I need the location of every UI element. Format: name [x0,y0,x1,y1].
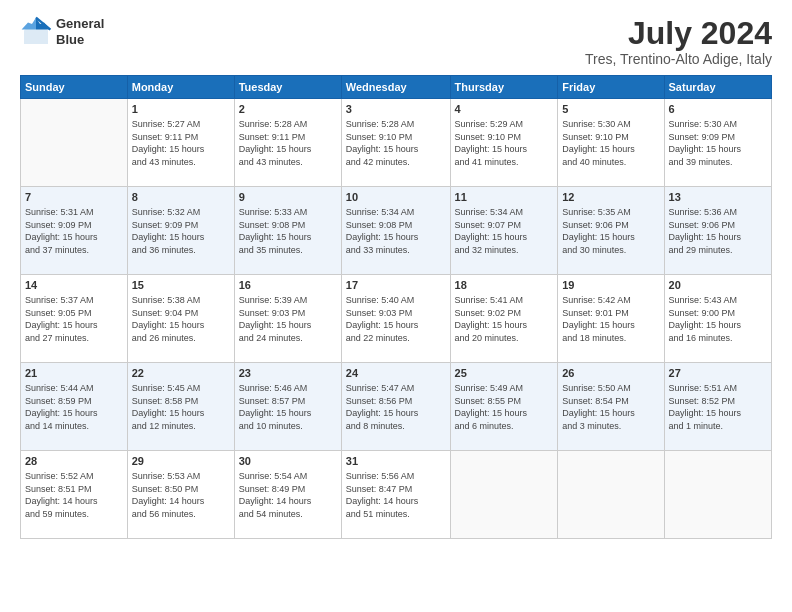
day-info: Sunrise: 5:44 AM Sunset: 8:59 PM Dayligh… [25,382,123,432]
calendar-cell: 6Sunrise: 5:30 AM Sunset: 9:09 PM Daylig… [664,99,771,187]
calendar-cell: 28Sunrise: 5:52 AM Sunset: 8:51 PM Dayli… [21,451,128,539]
day-info: Sunrise: 5:30 AM Sunset: 9:10 PM Dayligh… [562,118,659,168]
calendar-cell [664,451,771,539]
day-of-week-header: Friday [558,76,664,99]
day-number: 10 [346,190,446,205]
day-of-week-header: Wednesday [341,76,450,99]
calendar-cell [450,451,558,539]
calendar-cell: 18Sunrise: 5:41 AM Sunset: 9:02 PM Dayli… [450,275,558,363]
day-number: 26 [562,366,659,381]
day-info: Sunrise: 5:28 AM Sunset: 9:10 PM Dayligh… [346,118,446,168]
day-number: 19 [562,278,659,293]
day-info: Sunrise: 5:43 AM Sunset: 9:00 PM Dayligh… [669,294,767,344]
calendar-cell: 8Sunrise: 5:32 AM Sunset: 9:09 PM Daylig… [127,187,234,275]
day-info: Sunrise: 5:28 AM Sunset: 9:11 PM Dayligh… [239,118,337,168]
calendar-cell: 24Sunrise: 5:47 AM Sunset: 8:56 PM Dayli… [341,363,450,451]
calendar-cell: 12Sunrise: 5:35 AM Sunset: 9:06 PM Dayli… [558,187,664,275]
calendar: SundayMondayTuesdayWednesdayThursdayFrid… [20,75,772,539]
header: General Blue July 2024 Tres, Trentino-Al… [20,16,772,67]
day-info: Sunrise: 5:51 AM Sunset: 8:52 PM Dayligh… [669,382,767,432]
day-info: Sunrise: 5:33 AM Sunset: 9:08 PM Dayligh… [239,206,337,256]
calendar-cell: 29Sunrise: 5:53 AM Sunset: 8:50 PM Dayli… [127,451,234,539]
day-info: Sunrise: 5:52 AM Sunset: 8:51 PM Dayligh… [25,470,123,520]
day-info: Sunrise: 5:31 AM Sunset: 9:09 PM Dayligh… [25,206,123,256]
day-number: 5 [562,102,659,117]
day-number: 14 [25,278,123,293]
calendar-cell: 25Sunrise: 5:49 AM Sunset: 8:55 PM Dayli… [450,363,558,451]
day-of-week-header: Tuesday [234,76,341,99]
day-number: 17 [346,278,446,293]
calendar-cell: 20Sunrise: 5:43 AM Sunset: 9:00 PM Dayli… [664,275,771,363]
day-info: Sunrise: 5:35 AM Sunset: 9:06 PM Dayligh… [562,206,659,256]
calendar-cell [558,451,664,539]
day-info: Sunrise: 5:49 AM Sunset: 8:55 PM Dayligh… [455,382,554,432]
day-number: 24 [346,366,446,381]
day-number: 7 [25,190,123,205]
day-info: Sunrise: 5:45 AM Sunset: 8:58 PM Dayligh… [132,382,230,432]
day-number: 9 [239,190,337,205]
day-info: Sunrise: 5:27 AM Sunset: 9:11 PM Dayligh… [132,118,230,168]
day-info: Sunrise: 5:53 AM Sunset: 8:50 PM Dayligh… [132,470,230,520]
logo-icon [20,16,52,48]
day-info: Sunrise: 5:42 AM Sunset: 9:01 PM Dayligh… [562,294,659,344]
day-info: Sunrise: 5:50 AM Sunset: 8:54 PM Dayligh… [562,382,659,432]
calendar-cell: 23Sunrise: 5:46 AM Sunset: 8:57 PM Dayli… [234,363,341,451]
day-number: 22 [132,366,230,381]
calendar-week: 1Sunrise: 5:27 AM Sunset: 9:11 PM Daylig… [21,99,772,187]
day-number: 29 [132,454,230,469]
main-title: July 2024 [585,16,772,51]
day-info: Sunrise: 5:39 AM Sunset: 9:03 PM Dayligh… [239,294,337,344]
calendar-cell: 14Sunrise: 5:37 AM Sunset: 9:05 PM Dayli… [21,275,128,363]
day-number: 31 [346,454,446,469]
calendar-cell: 27Sunrise: 5:51 AM Sunset: 8:52 PM Dayli… [664,363,771,451]
calendar-week: 14Sunrise: 5:37 AM Sunset: 9:05 PM Dayli… [21,275,772,363]
day-of-week-header: Monday [127,76,234,99]
subtitle: Tres, Trentino-Alto Adige, Italy [585,51,772,67]
calendar-week: 21Sunrise: 5:44 AM Sunset: 8:59 PM Dayli… [21,363,772,451]
page: General Blue July 2024 Tres, Trentino-Al… [0,0,792,612]
day-number: 11 [455,190,554,205]
day-info: Sunrise: 5:30 AM Sunset: 9:09 PM Dayligh… [669,118,767,168]
day-info: Sunrise: 5:34 AM Sunset: 9:08 PM Dayligh… [346,206,446,256]
calendar-cell: 9Sunrise: 5:33 AM Sunset: 9:08 PM Daylig… [234,187,341,275]
calendar-week: 28Sunrise: 5:52 AM Sunset: 8:51 PM Dayli… [21,451,772,539]
day-info: Sunrise: 5:54 AM Sunset: 8:49 PM Dayligh… [239,470,337,520]
day-number: 21 [25,366,123,381]
day-number: 15 [132,278,230,293]
calendar-cell: 17Sunrise: 5:40 AM Sunset: 9:03 PM Dayli… [341,275,450,363]
calendar-cell: 3Sunrise: 5:28 AM Sunset: 9:10 PM Daylig… [341,99,450,187]
day-number: 20 [669,278,767,293]
day-of-week-header: Sunday [21,76,128,99]
logo: General Blue [20,16,104,48]
day-info: Sunrise: 5:36 AM Sunset: 9:06 PM Dayligh… [669,206,767,256]
calendar-cell: 21Sunrise: 5:44 AM Sunset: 8:59 PM Dayli… [21,363,128,451]
calendar-cell: 19Sunrise: 5:42 AM Sunset: 9:01 PM Dayli… [558,275,664,363]
day-number: 8 [132,190,230,205]
day-info: Sunrise: 5:37 AM Sunset: 9:05 PM Dayligh… [25,294,123,344]
day-info: Sunrise: 5:47 AM Sunset: 8:56 PM Dayligh… [346,382,446,432]
day-number: 23 [239,366,337,381]
calendar-cell: 16Sunrise: 5:39 AM Sunset: 9:03 PM Dayli… [234,275,341,363]
day-number: 3 [346,102,446,117]
day-number: 18 [455,278,554,293]
day-info: Sunrise: 5:46 AM Sunset: 8:57 PM Dayligh… [239,382,337,432]
day-number: 27 [669,366,767,381]
day-number: 1 [132,102,230,117]
day-info: Sunrise: 5:34 AM Sunset: 9:07 PM Dayligh… [455,206,554,256]
calendar-cell: 15Sunrise: 5:38 AM Sunset: 9:04 PM Dayli… [127,275,234,363]
calendar-cell: 26Sunrise: 5:50 AM Sunset: 8:54 PM Dayli… [558,363,664,451]
calendar-cell: 30Sunrise: 5:54 AM Sunset: 8:49 PM Dayli… [234,451,341,539]
calendar-cell: 31Sunrise: 5:56 AM Sunset: 8:47 PM Dayli… [341,451,450,539]
logo-text: General Blue [56,16,104,47]
day-number: 12 [562,190,659,205]
svg-marker-3 [22,18,36,30]
day-number: 4 [455,102,554,117]
calendar-cell: 13Sunrise: 5:36 AM Sunset: 9:06 PM Dayli… [664,187,771,275]
day-number: 6 [669,102,767,117]
day-info: Sunrise: 5:38 AM Sunset: 9:04 PM Dayligh… [132,294,230,344]
day-number: 25 [455,366,554,381]
calendar-cell: 4Sunrise: 5:29 AM Sunset: 9:10 PM Daylig… [450,99,558,187]
calendar-cell: 7Sunrise: 5:31 AM Sunset: 9:09 PM Daylig… [21,187,128,275]
day-number: 16 [239,278,337,293]
day-number: 28 [25,454,123,469]
